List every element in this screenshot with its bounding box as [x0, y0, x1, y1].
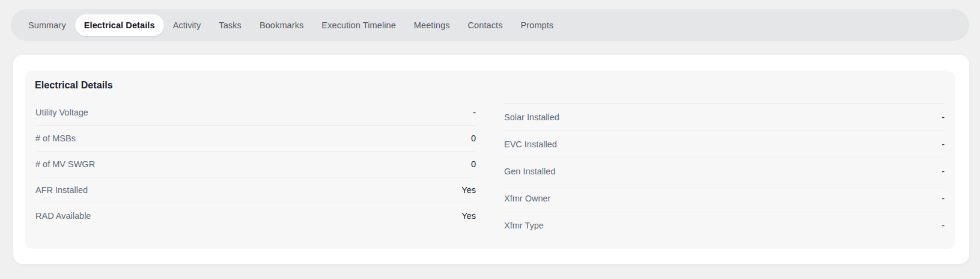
detail-label: Xfmr Owner [504, 194, 550, 203]
detail-value: - [942, 167, 945, 176]
panel-title: Electrical Details [35, 80, 945, 91]
detail-value: 0 [471, 133, 476, 143]
detail-value: - [473, 108, 476, 117]
tab-meetings[interactable]: Meetings [405, 14, 459, 36]
detail-row-num-msbs: # of MSBs 0 [35, 126, 476, 152]
details-column-left: Utility Voltage - # of MSBs 0 # of MV SW… [35, 100, 476, 239]
detail-value: - [942, 194, 945, 203]
detail-label: # of MV SWGR [35, 159, 95, 169]
detail-value: Yes [461, 185, 476, 195]
detail-label: Gen Installed [504, 167, 555, 176]
detail-label: Solar Installed [504, 112, 559, 122]
detail-row-xfmr-type: Xfmr Type - [504, 212, 945, 239]
detail-label: RAD Available [35, 211, 91, 221]
detail-row-rad-available: RAD Available Yes [35, 203, 476, 228]
tab-electrical-details[interactable]: Electrical Details [75, 14, 164, 36]
detail-row-solar-installed: Solar Installed - [504, 104, 945, 131]
detail-value: - [942, 221, 945, 230]
tab-execution-timeline[interactable]: Execution Timeline [312, 14, 405, 36]
detail-label: Xfmr Type [504, 221, 544, 230]
detail-value: - [942, 112, 945, 122]
details-column-right: Solar Installed - EVC Installed - Gen In… [504, 103, 945, 239]
detail-label: EVC Installed [504, 140, 557, 149]
detail-row-num-mv-swgr: # of MV SWGR 0 [35, 152, 476, 177]
detail-row-utility-voltage: Utility Voltage - [35, 100, 476, 126]
detail-row-afr-installed: AFR Installed Yes [35, 177, 476, 203]
detail-value: Yes [461, 211, 476, 221]
detail-label: Utility Voltage [35, 108, 88, 117]
detail-label: # of MSBs [35, 133, 76, 143]
tab-bar: Summary Electrical Details Activity Task… [11, 9, 969, 41]
tab-bookmarks[interactable]: Bookmarks [251, 14, 312, 36]
detail-value: 0 [471, 159, 476, 169]
tab-tasks[interactable]: Tasks [210, 14, 251, 36]
detail-label: AFR Installed [35, 185, 88, 195]
details-card: Electrical Details Utility Voltage - # o… [13, 55, 969, 264]
tab-summary[interactable]: Summary [19, 14, 75, 36]
tab-activity[interactable]: Activity [164, 14, 210, 36]
detail-value: - [942, 140, 945, 149]
details-columns: Utility Voltage - # of MSBs 0 # of MV SW… [35, 100, 945, 239]
detail-row-gen-installed: Gen Installed - [504, 158, 945, 185]
electrical-details-panel: Electrical Details Utility Voltage - # o… [25, 70, 955, 249]
detail-row-evc-installed: EVC Installed - [504, 131, 945, 158]
detail-row-xfmr-owner: Xfmr Owner - [504, 185, 945, 212]
tab-prompts[interactable]: Prompts [512, 14, 563, 36]
tab-contacts[interactable]: Contacts [459, 14, 512, 36]
